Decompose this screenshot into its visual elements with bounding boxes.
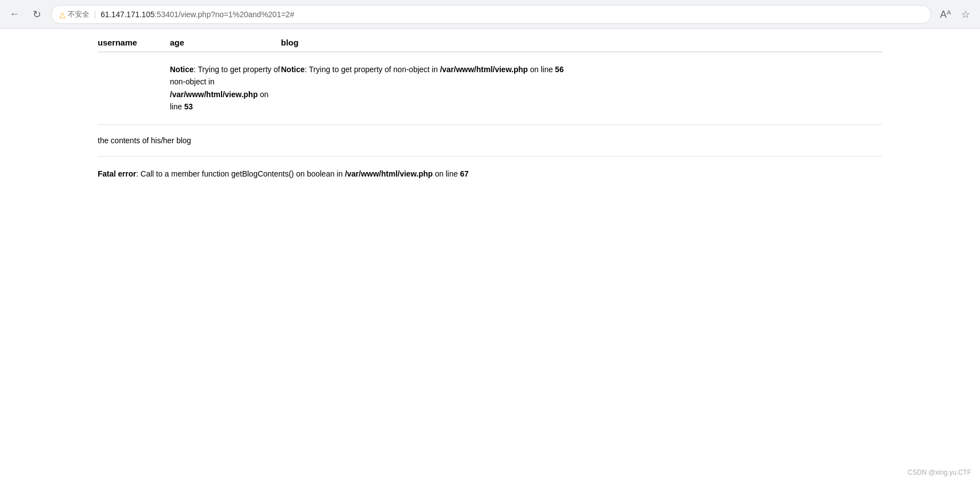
bookmark-button[interactable]: ☆ bbox=[958, 7, 973, 22]
url-path: :53401/view.php?no=1%20and%201=2# bbox=[154, 10, 294, 19]
url-display: 61.147.171.105:53401/view.php?no=1%20and… bbox=[100, 10, 294, 19]
notice-1-filepath: /var/www/html/view.php bbox=[170, 90, 258, 99]
cell-age: Notice: Trying to get property of non-ob… bbox=[170, 63, 281, 113]
security-label: 不安全 bbox=[68, 9, 89, 19]
address-bar[interactable]: △ 不安全 | 61.147.171.105:53401/view.php?no… bbox=[51, 5, 931, 24]
col-header-blog: blog bbox=[281, 38, 882, 47]
notice-2-message: : Trying to get property of non-object i… bbox=[305, 65, 440, 74]
col-header-username: username bbox=[98, 38, 170, 47]
reload-button[interactable]: ↻ bbox=[29, 7, 44, 22]
notice-1-label: Notice bbox=[170, 65, 194, 74]
url-host: 61.147.171.105 bbox=[100, 10, 154, 19]
blog-contents-row: the contents of his/her blog bbox=[98, 125, 882, 157]
fatal-error-filepath: /var/www/html/view.php bbox=[345, 169, 433, 178]
font-size-button[interactable]: Aᴬ bbox=[938, 7, 953, 22]
col-header-age: age bbox=[170, 38, 281, 47]
fatal-error-text: Fatal error: Call to a member function g… bbox=[98, 168, 882, 180]
cell-username bbox=[98, 63, 170, 113]
notice-1: Notice: Trying to get property of non-ob… bbox=[170, 63, 281, 113]
fatal-error-row: Fatal error: Call to a member function g… bbox=[98, 157, 882, 191]
notice-1-linenum: 53 bbox=[184, 102, 193, 111]
pipe-divider: | bbox=[94, 9, 96, 19]
chrome-right-icons: Aᴬ ☆ bbox=[938, 7, 973, 22]
browser-chrome: ← ↻ △ 不安全 | 61.147.171.105:53401/view.ph… bbox=[0, 0, 980, 29]
back-button[interactable]: ← bbox=[7, 7, 22, 22]
warning-icon: △ bbox=[59, 10, 66, 19]
page-content: username age blog Notice: Trying to get … bbox=[0, 29, 980, 191]
notice-2: Notice: Trying to get property of non-ob… bbox=[281, 63, 882, 76]
fatal-error-linenum: 67 bbox=[460, 169, 469, 178]
security-warning: △ 不安全 bbox=[59, 9, 89, 19]
notice-2-filepath: /var/www/html/view.php bbox=[440, 65, 527, 74]
fatal-error-message: : Call to a member function getBlogConte… bbox=[136, 169, 345, 178]
notice-2-linenum: 56 bbox=[555, 65, 564, 74]
table-row: Notice: Trying to get property of non-ob… bbox=[98, 52, 882, 125]
notice-2-label: Notice bbox=[281, 65, 305, 74]
cell-blog: Notice: Trying to get property of non-ob… bbox=[281, 63, 882, 113]
blog-contents-text: the contents of his/her blog bbox=[98, 136, 191, 145]
fatal-error-label: Fatal error bbox=[98, 169, 136, 178]
notice-2-online: on line bbox=[528, 65, 555, 74]
fatal-error-online: on line bbox=[433, 169, 460, 178]
table-header: username age blog bbox=[98, 29, 882, 52]
